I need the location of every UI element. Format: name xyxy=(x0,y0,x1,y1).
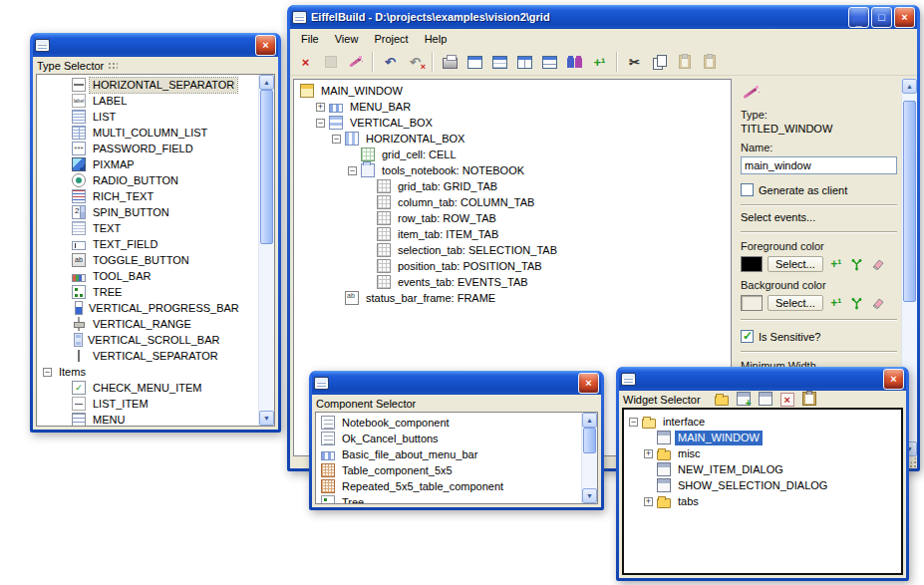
is-sensitive-checkbox[interactable]: Is Sensitive? xyxy=(741,330,897,343)
undo-all-button[interactable]: ↶× xyxy=(404,51,427,73)
type-item[interactable]: RICH_TEXT xyxy=(37,188,258,204)
collapse-icon[interactable]: − xyxy=(332,135,341,144)
paste-special-button[interactable] xyxy=(698,51,721,73)
cut-button[interactable]: ✂ xyxy=(623,51,646,73)
widget-selector-titlebar[interactable]: × xyxy=(619,367,906,391)
background-select-button[interactable]: Select... xyxy=(768,295,823,311)
hierarchy-item[interactable]: grid_tab: GRID_TAB xyxy=(294,178,731,194)
preview-form-button[interactable] xyxy=(538,51,561,73)
type-item[interactable]: TEXT_FIELD xyxy=(37,236,258,252)
component-item[interactable]: Notebook_component xyxy=(316,415,581,431)
generate-client-checkbox[interactable]: Generate as client xyxy=(741,183,897,196)
maximize-button[interactable]: □ xyxy=(871,7,892,28)
generate-button[interactable] xyxy=(439,51,462,73)
save-button[interactable] xyxy=(319,51,342,73)
hierarchy-item[interactable]: row_tab: ROW_TAB xyxy=(294,210,731,226)
type-selector-scrollbar[interactable]: ▲▼ xyxy=(258,75,274,426)
widget-item[interactable]: +misc xyxy=(624,445,901,461)
background-pick-icon[interactable] xyxy=(849,296,865,311)
close-button[interactable]: × xyxy=(883,369,904,390)
close-button[interactable]: × xyxy=(255,35,276,56)
hierarchy-item[interactable]: +MENU_BAR xyxy=(294,99,731,115)
add-one-button[interactable]: +¹ xyxy=(588,51,611,73)
hierarchy-item[interactable]: position_tab: POSITION_TAB xyxy=(294,258,731,274)
component-selector-titlebar[interactable]: × xyxy=(312,371,601,395)
widget-item[interactable]: +tabs xyxy=(624,493,901,509)
hierarchy-item[interactable]: column_tab: COLUMN_TAB xyxy=(294,194,731,210)
select-events-button[interactable]: Select events... xyxy=(741,211,897,223)
type-item[interactable]: −Items xyxy=(37,364,258,380)
type-item[interactable]: MULTI_COLUMN_LIST xyxy=(37,125,258,141)
type-item[interactable]: MENU xyxy=(37,412,258,426)
menu-help[interactable]: Help xyxy=(417,31,456,47)
delete-widget-button[interactable] xyxy=(780,393,798,407)
undo-button[interactable]: ↶ xyxy=(379,51,402,73)
type-selector-titlebar[interactable]: × xyxy=(33,33,278,57)
hierarchy-item[interactable]: −VERTICAL_BOX xyxy=(294,115,731,131)
type-item[interactable]: TOOL_BAR xyxy=(37,268,258,284)
expand-icon[interactable]: + xyxy=(316,103,325,112)
hierarchy-item[interactable]: −tools_notebook: NOTEBOOK xyxy=(294,162,731,178)
add-widget-button[interactable] xyxy=(737,392,755,408)
type-item[interactable]: VERTICAL_RANGE xyxy=(37,316,258,332)
foreground-add-icon[interactable]: +¹ xyxy=(828,257,844,272)
type-item[interactable]: LIST_ITEM xyxy=(37,396,258,412)
scroll-down-button[interactable]: ▼ xyxy=(259,411,274,426)
component-item[interactable]: Table_component_5x5 xyxy=(316,462,581,478)
expand-icon[interactable]: + xyxy=(644,449,653,458)
type-item[interactable]: RADIO_BUTTON xyxy=(37,172,258,188)
component-item[interactable]: Repeated_5x5_table_component xyxy=(316,478,581,494)
paste-button[interactable] xyxy=(673,51,696,73)
type-item[interactable]: PASSWORD_FIELD xyxy=(37,141,258,156)
hierarchy-item[interactable]: grid_cell: CELL xyxy=(294,146,731,162)
component-item[interactable]: Tree xyxy=(316,494,581,503)
type-item[interactable]: SPIN_BUTTON xyxy=(37,204,258,220)
hierarchy-item[interactable]: status_bar_frame: FRAME xyxy=(294,290,731,306)
preview-grid-button[interactable] xyxy=(488,51,511,73)
collapse-icon[interactable]: − xyxy=(348,166,357,175)
main-titlebar[interactable]: EiffelBuild - D:\projects\examples\visio… xyxy=(290,5,917,29)
copy-button[interactable] xyxy=(648,51,671,73)
scrollbar-thumb[interactable] xyxy=(260,90,273,244)
component-selector-scrollbar[interactable]: ▲▼ xyxy=(581,413,597,503)
menu-view[interactable]: View xyxy=(327,31,367,47)
hierarchy-item[interactable]: events_tab: EVENTS_TAB xyxy=(294,274,731,290)
widget-item[interactable]: −interface xyxy=(624,414,901,430)
background-add-icon[interactable]: +¹ xyxy=(828,296,844,311)
preview-window-button[interactable] xyxy=(463,51,486,73)
type-item[interactable]: LIST xyxy=(37,109,258,125)
scrollbar-thumb[interactable] xyxy=(583,428,596,453)
name-input[interactable] xyxy=(741,156,897,174)
menu-project[interactable]: Project xyxy=(366,31,416,47)
type-item[interactable]: VERTICAL_PROGRESS_BAR xyxy=(37,300,258,316)
collapse-icon[interactable]: − xyxy=(43,368,52,377)
type-item[interactable]: CHECK_MENU_ITEM xyxy=(37,380,258,396)
type-item[interactable]: TEXT xyxy=(37,220,258,236)
scroll-up-button[interactable]: ▲ xyxy=(902,79,917,94)
foreground-pick-icon[interactable] xyxy=(849,257,865,272)
type-item[interactable]: TREE xyxy=(37,284,258,300)
widget-item[interactable]: NEW_ITEM_DIALOG xyxy=(624,461,901,477)
scroll-up-button[interactable]: ▲ xyxy=(582,413,597,428)
background-color-swatch[interactable] xyxy=(741,295,763,311)
scroll-up-button[interactable]: ▲ xyxy=(259,75,274,90)
scrollbar-track[interactable] xyxy=(259,90,274,411)
type-item[interactable]: VERTICAL_SCROLL_BAR xyxy=(37,332,258,348)
widget-item[interactable]: MAIN_WINDOW xyxy=(624,430,901,445)
preview-split-button[interactable] xyxy=(513,51,536,73)
minimize-button[interactable]: _ xyxy=(848,7,869,28)
background-erase-icon[interactable] xyxy=(870,296,886,311)
scroll-down-button[interactable]: ▼ xyxy=(582,488,597,503)
menu-file[interactable]: File xyxy=(293,31,327,47)
close-button[interactable]: × xyxy=(894,7,915,28)
show-widget-button[interactable] xyxy=(759,392,776,408)
component-item[interactable]: Ok_Cancel_buttons xyxy=(316,431,581,446)
widget-item[interactable]: SHOW_SELECTION_DIALOG xyxy=(624,477,901,493)
collapse-icon[interactable]: − xyxy=(629,418,638,427)
close-button[interactable]: × xyxy=(578,373,599,394)
foreground-color-swatch[interactable] xyxy=(741,256,763,272)
dock-handle-icon[interactable] xyxy=(108,62,118,70)
expand-icon[interactable]: + xyxy=(644,497,653,506)
foreground-erase-icon[interactable] xyxy=(870,257,886,272)
type-item[interactable]: LABEL xyxy=(37,93,258,109)
